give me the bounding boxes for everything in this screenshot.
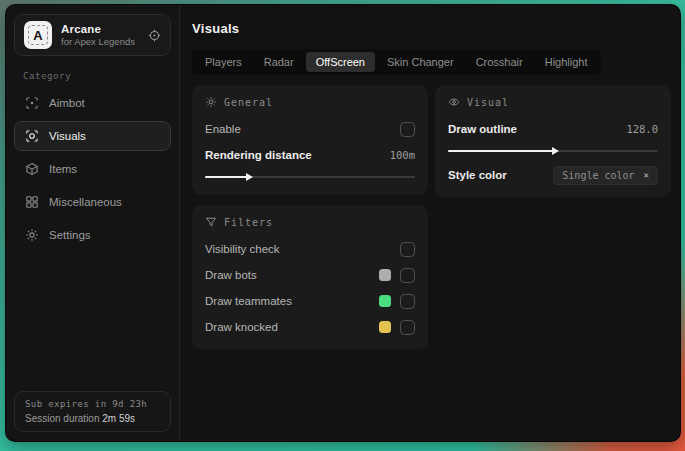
slider-thumb[interactable]: [552, 147, 559, 155]
main-content: Visuals Players Radar OffScreen Skin Cha…: [180, 5, 681, 441]
tab-crosshair[interactable]: Crosshair: [466, 52, 533, 72]
tab-skin-changer[interactable]: Skin Changer: [377, 52, 464, 72]
left-panel-column: General Enable Rendering distance 100m: [192, 85, 428, 349]
rendering-distance-slider[interactable]: [205, 172, 415, 182]
visuals-tabstrip: Players Radar OffScreen Skin Changer Cro…: [192, 49, 601, 75]
visual-panel-title: Visual: [467, 97, 509, 108]
style-color-label: Style color: [448, 169, 507, 181]
app-name: Arcane: [61, 23, 135, 35]
slider-fill: [448, 150, 553, 152]
eye-scan-icon: [25, 129, 39, 143]
visual-panel: Visual Draw outline 128.0: [435, 85, 671, 197]
draw-bots-checkbox[interactable]: [400, 268, 415, 283]
subscription-status-card: Sub expires in 9d 23h Session duration 2…: [14, 391, 171, 432]
right-panel-column: Visual Draw outline 128.0: [435, 85, 671, 197]
tab-radar[interactable]: Radar: [254, 52, 304, 72]
style-color-row: Style color Single color ✕: [448, 164, 658, 186]
panels-row: General Enable Rendering distance 100m: [192, 85, 671, 349]
eye-icon: [448, 96, 460, 108]
crosshair-icon: [25, 96, 39, 110]
sidebar-spacer: [14, 250, 171, 391]
draw-outline-label: Draw outline: [448, 123, 517, 135]
draw-teammates-label: Draw teammates: [205, 295, 292, 307]
draw-bots-label: Draw bots: [205, 269, 257, 281]
general-panel-header: General: [205, 96, 415, 108]
brand-text: Arcane for Apex Legends: [61, 23, 135, 47]
draw-knocked-color-swatch[interactable]: [379, 321, 391, 333]
general-panel-title: General: [224, 97, 273, 108]
visual-panel-header: Visual: [448, 96, 658, 108]
draw-bots-row: Draw bots: [205, 264, 415, 286]
app-logo: A: [24, 21, 52, 49]
tab-offscreen[interactable]: OffScreen: [306, 52, 375, 72]
draw-bots-color-swatch[interactable]: [379, 269, 391, 281]
draw-teammates-row: Draw teammates: [205, 290, 415, 312]
sidebar-item-label: Items: [49, 163, 77, 175]
tab-players[interactable]: Players: [195, 52, 252, 72]
sidebar-item-items[interactable]: Items: [14, 154, 171, 184]
visibility-check-checkbox[interactable]: [400, 242, 415, 257]
draw-outline-slider[interactable]: [448, 146, 658, 156]
sub-expiry-text: Sub expires in 9d 23h: [25, 399, 160, 409]
filters-panel-header: Filters: [205, 216, 415, 228]
enable-row: Enable: [205, 118, 415, 140]
app-subtitle: for Apex Legends: [61, 36, 135, 47]
style-color-selected-value: Single color: [562, 170, 634, 181]
sun-icon: [205, 96, 217, 108]
draw-teammates-checkbox[interactable]: [400, 294, 415, 309]
sidebar-item-settings[interactable]: Settings: [14, 220, 171, 250]
tab-highlight[interactable]: Highlight: [535, 52, 598, 72]
sidebar-item-visuals[interactable]: Visuals: [14, 121, 171, 151]
sidebar-nav: Aimbot Visuals Items: [14, 88, 171, 250]
enable-checkbox[interactable]: [400, 122, 415, 137]
draw-knocked-checkbox[interactable]: [400, 320, 415, 335]
general-panel: General Enable Rendering distance 100m: [192, 85, 428, 195]
draw-teammates-color-swatch[interactable]: [379, 295, 391, 307]
sidebar-item-label: Aimbot: [49, 97, 85, 109]
rendering-distance-value: 100m: [390, 149, 415, 161]
session-duration-value: 2m 59s: [102, 413, 135, 424]
session-duration-label: Session duration: [25, 413, 100, 424]
brand-card: A Arcane for Apex Legends: [14, 14, 171, 56]
rendering-distance-label: Rendering distance: [205, 149, 312, 161]
draw-knocked-label: Draw knocked: [205, 321, 278, 333]
sidebar-item-aimbot[interactable]: Aimbot: [14, 88, 171, 118]
slider-thumb[interactable]: [246, 173, 253, 181]
sidebar-item-label: Settings: [49, 229, 91, 241]
cube-icon: [25, 162, 39, 176]
enable-label: Enable: [205, 123, 241, 135]
gear-icon: [25, 228, 39, 242]
sidebar-item-label: Visuals: [49, 130, 86, 142]
draw-outline-value: 128.0: [626, 123, 658, 135]
visibility-check-label: Visibility check: [205, 243, 280, 255]
slider-fill: [205, 176, 247, 178]
draw-outline-row: Draw outline 128.0: [448, 118, 658, 140]
grid-icon: [25, 195, 39, 209]
page-title: Visuals: [192, 21, 671, 36]
sidebar-item-miscellaneous[interactable]: Miscellaneous: [14, 187, 171, 217]
sidebar: A Arcane for Apex Legends Category: [6, 5, 180, 441]
draw-knocked-row: Draw knocked: [205, 316, 415, 338]
rendering-distance-row: Rendering distance 100m: [205, 144, 415, 166]
funnel-icon: [205, 216, 217, 228]
visibility-check-row: Visibility check: [205, 238, 415, 260]
clear-icon[interactable]: ✕: [644, 170, 649, 180]
category-label: Category: [23, 71, 162, 81]
session-duration-text: Session duration 2m 59s: [25, 413, 160, 424]
target-icon[interactable]: [148, 29, 161, 42]
filters-panel-title: Filters: [224, 217, 273, 228]
app-window: A Arcane for Apex Legends Category: [5, 4, 681, 442]
sidebar-item-label: Miscellaneous: [49, 196, 122, 208]
style-color-select[interactable]: Single color ✕: [553, 166, 658, 185]
filters-panel: Filters Visibility check Draw bots: [192, 205, 428, 349]
logo-dashed-frame: [28, 25, 48, 45]
